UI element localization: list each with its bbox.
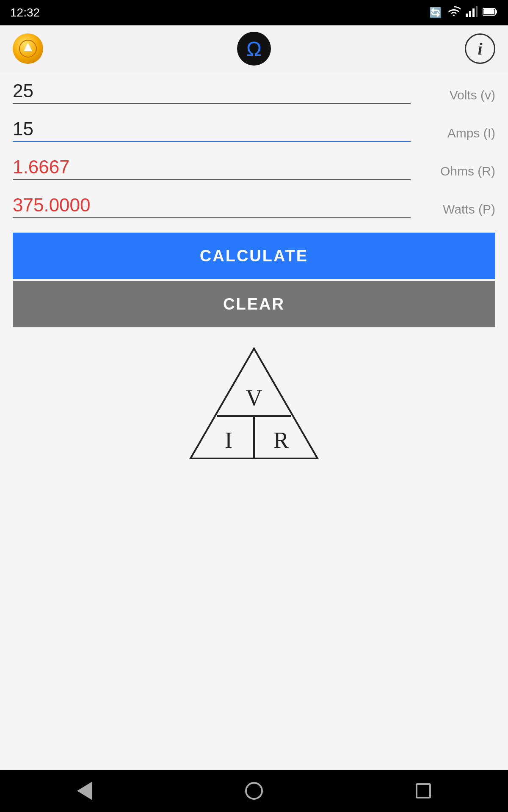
triangle-r-label: R	[273, 428, 289, 453]
app-header: Ω i	[0, 25, 508, 72]
volts-input-wrapper	[13, 80, 411, 104]
volts-input[interactable]	[13, 80, 411, 102]
calculate-button[interactable]: CALCULATE	[13, 233, 495, 279]
battery-icon	[483, 7, 498, 19]
svg-rect-0	[466, 14, 468, 17]
nav-bar	[0, 770, 508, 812]
amps-field-row: Amps (I)	[13, 118, 495, 144]
svg-rect-5	[495, 10, 497, 14]
ohms-label: Ohms (R)	[419, 164, 495, 180]
ohms-field-row: Ohms (R)	[13, 156, 495, 182]
home-icon	[245, 782, 263, 800]
svg-marker-8	[24, 43, 32, 51]
home-button[interactable]	[237, 778, 271, 804]
wifi-icon	[447, 6, 461, 19]
ohms-input[interactable]	[13, 156, 411, 178]
watts-label: Watts (P)	[419, 202, 495, 218]
volts-label: Volts (v)	[419, 88, 495, 104]
info-icon[interactable]: i	[465, 33, 495, 64]
signal-icon	[466, 6, 478, 19]
triangle-v-label: V	[246, 385, 262, 411]
amps-label: Amps (I)	[419, 126, 495, 142]
coin-up-icon[interactable]	[13, 33, 43, 64]
status-bar: 12:32 🔄	[0, 0, 508, 25]
clear-button[interactable]: CLEAR	[13, 281, 495, 327]
back-button[interactable]	[68, 778, 102, 804]
svg-rect-6	[483, 9, 494, 14]
watts-field-row: Watts (P)	[13, 195, 495, 220]
svg-rect-2	[472, 8, 475, 17]
recent-button[interactable]	[406, 778, 440, 804]
watts-input-wrapper	[13, 195, 411, 218]
watts-input[interactable]	[13, 195, 411, 216]
status-time: 12:32	[10, 6, 40, 19]
triangle-i-label: I	[225, 428, 232, 453]
omega-icon: Ω	[237, 32, 271, 66]
vir-triangle: V I R	[13, 344, 495, 463]
amps-input-wrapper	[13, 118, 411, 142]
svg-rect-1	[469, 11, 471, 17]
amps-input[interactable]	[13, 118, 411, 140]
status-icons: 🔄	[429, 6, 498, 19]
sync-icon: 🔄	[429, 7, 442, 19]
triangle-diagram: V I R	[186, 344, 322, 463]
back-icon	[77, 782, 92, 800]
main-content: Volts (v) Amps (I) Ohms (R) Watts (P) CA…	[0, 72, 508, 770]
volts-field-row: Volts (v)	[13, 80, 495, 106]
svg-rect-3	[476, 6, 478, 17]
recent-icon	[416, 783, 431, 798]
ohms-input-wrapper	[13, 156, 411, 180]
